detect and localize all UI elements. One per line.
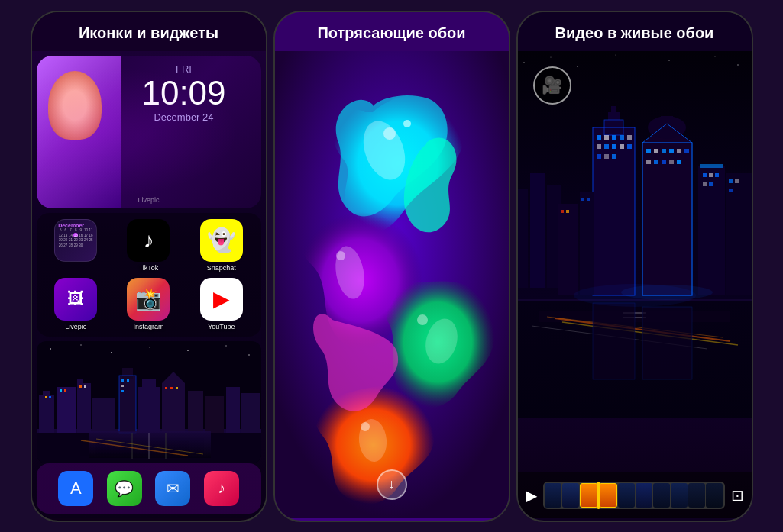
youtube-icon-item[interactable]: ▶ YouTube — [200, 278, 243, 330]
svg-rect-110 — [729, 189, 733, 192]
svg-point-6 — [225, 345, 227, 347]
svg-rect-42 — [165, 433, 167, 459]
cal-cell: 22 — [73, 238, 78, 243]
svg-rect-104 — [715, 173, 719, 177]
mail-dock-icon[interactable]: ✉ — [155, 471, 190, 506]
appstore-dock-icon[interactable]: A — [58, 471, 93, 506]
svg-rect-35 — [121, 390, 124, 392]
svg-point-54 — [361, 422, 370, 431]
svg-rect-83 — [612, 144, 616, 149]
svg-rect-63 — [518, 189, 528, 288]
screenshots-container: Иконки и виджеты FRI 10:09 December 24 L… — [0, 0, 783, 532]
svg-rect-88 — [612, 154, 616, 159]
thumb-item-selected — [599, 483, 617, 508]
cal-cell: 13 — [63, 233, 68, 237]
cal-cell: 9 — [79, 228, 83, 233]
cal-cell: 8 — [73, 228, 78, 233]
snapchat-icon-item[interactable]: 👻 Snapchat — [200, 219, 243, 272]
svg-point-131 — [621, 285, 713, 300]
svg-rect-38 — [176, 387, 178, 389]
livepic-label2: Livepic — [65, 323, 86, 330]
cal-cell: 16 — [79, 233, 83, 237]
download-button[interactable]: ↓ — [377, 469, 407, 500]
svg-point-2 — [80, 344, 82, 346]
thumb-item — [545, 483, 561, 508]
svg-rect-94 — [684, 149, 689, 153]
download-icon: ↓ — [388, 476, 395, 492]
city-night-bg: 🎥 — [518, 51, 752, 418]
cal-cell: 28 — [68, 243, 73, 247]
svg-rect-78 — [612, 135, 616, 140]
livepic-icon: 🖼 — [54, 278, 97, 321]
thumb-item — [688, 483, 705, 508]
panel1-phone: Иконки и виджеты FRI 10:09 December 24 L… — [31, 11, 267, 522]
svg-rect-74 — [661, 116, 673, 130]
play-button[interactable]: ▶ — [526, 486, 537, 505]
svg-rect-32 — [121, 379, 124, 382]
snapchat-label: Snapchat — [207, 264, 236, 272]
svg-rect-108 — [729, 179, 733, 183]
cal-cell: 21 — [68, 238, 73, 243]
svg-rect-34 — [121, 385, 124, 387]
instagram-icon-item[interactable]: 📸 Instagram — [127, 278, 170, 330]
thumb-item — [653, 483, 670, 508]
panel2-screen: ↓ — [275, 51, 509, 518]
music-dock-icon[interactable]: ♪ — [204, 471, 239, 506]
svg-rect-87 — [604, 154, 609, 159]
svg-rect-80 — [627, 135, 632, 140]
cal-cell: 20 — [63, 238, 68, 243]
youtube-label: YouTube — [208, 323, 235, 330]
camera-recording-icon: 🎥 — [533, 66, 571, 105]
youtube-icon: ▶ — [200, 278, 243, 321]
tiktok-icon-item[interactable]: ♪ TikTok — [127, 219, 170, 272]
livepic-icon-item[interactable]: 🖼 Livepic — [54, 278, 97, 330]
svg-rect-96 — [654, 160, 658, 164]
thumb-item-selected — [580, 483, 598, 508]
svg-rect-82 — [604, 144, 609, 149]
svg-rect-93 — [677, 149, 681, 153]
thumb-item — [706, 483, 723, 508]
svg-rect-17 — [122, 368, 133, 379]
cal-cell: 30 — [79, 243, 83, 247]
svg-rect-97 — [662, 160, 666, 164]
svg-rect-105 — [703, 182, 707, 186]
city-skyline — [37, 341, 261, 463]
cal-cell: 5 — [58, 228, 63, 233]
lock-person-image — [37, 56, 121, 208]
svg-point-4 — [149, 347, 150, 348]
messages-dock-icon[interactable]: 💬 — [107, 471, 142, 506]
lock-screen-widget: FRI 10:09 December 24 Livepic — [37, 56, 261, 208]
calendar-widget: December 5 6 7 8 9 10 11 12 13 — [54, 219, 97, 262]
svg-rect-106 — [709, 182, 713, 186]
export-button[interactable]: ⊡ — [731, 486, 744, 505]
svg-point-53 — [417, 314, 428, 325]
svg-point-1 — [50, 348, 51, 350]
svg-rect-95 — [646, 160, 651, 164]
panel1-title: Иконки и виджеты — [32, 12, 266, 51]
svg-rect-22 — [188, 391, 203, 433]
cal-cell: 26 — [58, 243, 63, 247]
svg-rect-101 — [700, 164, 723, 168]
panel1-screen: FRI 10:09 December 24 Livepic December — [32, 51, 266, 518]
svg-rect-24 — [226, 387, 240, 433]
svg-point-52 — [336, 251, 345, 260]
svg-rect-21 — [162, 383, 185, 433]
svg-rect-40 — [131, 433, 133, 459]
svg-rect-25 — [241, 393, 260, 433]
svg-point-5 — [187, 350, 189, 351]
cal-cell: 23 — [79, 238, 83, 243]
svg-rect-89 — [646, 149, 651, 153]
svg-rect-114 — [580, 192, 594, 295]
cal-grid: 5 6 7 8 9 10 11 12 13 14 15 — [58, 228, 93, 248]
svg-rect-103 — [709, 173, 713, 177]
camera-icon: 🎥 — [542, 76, 562, 95]
svg-rect-29 — [64, 389, 66, 392]
video-timeline[interactable] — [543, 482, 725, 509]
svg-rect-128 — [642, 307, 692, 379]
svg-rect-99 — [677, 160, 681, 164]
lock-time: 10:09 — [113, 75, 255, 111]
svg-rect-16 — [119, 376, 136, 433]
cal-cell: 14 — [68, 233, 73, 237]
timeline-thumbs — [543, 482, 725, 509]
thumb-item — [618, 483, 635, 508]
